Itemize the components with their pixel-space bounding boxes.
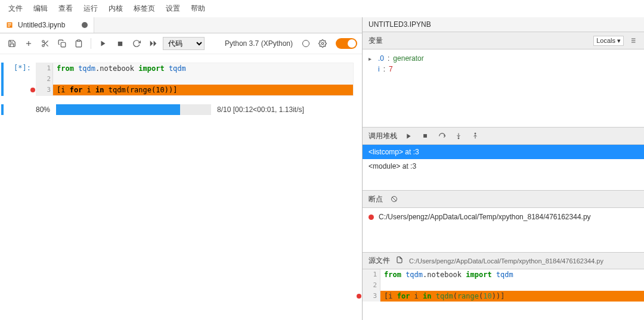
- cell-output: 80% 8/10 [00:12<00:01, 1.13it/s]: [1, 104, 354, 115]
- code-line[interactable]: 3[i for i in tqdm(range(10))]: [380, 291, 644, 302]
- restart-button[interactable]: [129, 37, 144, 50]
- save-button[interactable]: [5, 37, 19, 50]
- notebook-icon: [6, 21, 13, 29]
- variables-list[interactable]: ▸.0: generatori: 7: [363, 49, 644, 127]
- svg-rect-1: [8, 23, 11, 24]
- progress-bar: [56, 104, 211, 115]
- breakpoint-item[interactable]: C:/Users/pengz/AppData/Local/Temp/xpytho…: [363, 208, 644, 226]
- notebook-toolbar: 代码 Python 3.7 (XPython): [0, 33, 362, 54]
- output-indicator: [1, 104, 4, 115]
- line-number: 3: [365, 291, 377, 302]
- stop-button[interactable]: [113, 37, 127, 50]
- tab-notebook[interactable]: Untitled3.ipynb: [0, 17, 94, 33]
- svg-marker-15: [150, 41, 153, 46]
- source-section: 源文件 C:/Users/pengz/AppData/Local/Temp/xp…: [363, 253, 644, 320]
- svg-point-27: [458, 138, 459, 139]
- chevron-down-icon: ▾: [617, 37, 621, 44]
- tab-dirty-dot: [82, 22, 88, 28]
- run-button[interactable]: [96, 37, 110, 50]
- debugger-settings-icon[interactable]: [315, 37, 330, 50]
- source-path: C:/Users/pengz/AppData/Local/Temp/xpytho…: [409, 257, 603, 265]
- svg-point-6: [42, 41, 45, 43]
- notebook-pane: Untitled3.ipynb 代码 Python 3.7 (XPython): [0, 17, 363, 320]
- copy-button[interactable]: [55, 37, 69, 50]
- menubar: 文件编辑查看运行内核标签页设置帮助: [0, 0, 644, 17]
- kernel-label[interactable]: Python 3.7 (XPython): [225, 39, 293, 48]
- variables-header: 变量 Locals ▾: [363, 32, 644, 49]
- code-line[interactable]: 3[i for i in tqdm(range(10))]: [53, 85, 353, 95]
- svg-marker-13: [101, 41, 106, 46]
- cut-button[interactable]: [38, 37, 52, 50]
- menu-item[interactable]: 帮助: [191, 4, 205, 14]
- variable-row[interactable]: i: 7: [369, 64, 638, 74]
- breakpoints-clear-icon[interactable]: [389, 194, 400, 204]
- svg-rect-14: [117, 41, 122, 45]
- svg-point-29: [475, 133, 476, 134]
- step-over-button[interactable]: [436, 131, 447, 141]
- menu-item[interactable]: 文件: [8, 4, 23, 14]
- breakpoint-marker-icon[interactable]: [357, 294, 361, 299]
- debugger-title: UNTITLED3.IPYNB: [363, 17, 644, 32]
- pause-button[interactable]: [420, 131, 431, 141]
- expand-caret-icon[interactable]: ▸: [369, 55, 374, 62]
- variable-name: i: [378, 65, 380, 73]
- line-number: 2: [365, 280, 377, 291]
- main: Untitled3.ipynb 代码 Python 3.7 (XPython): [0, 17, 644, 320]
- menu-item[interactable]: 设置: [166, 4, 180, 14]
- line-number: 2: [39, 74, 51, 85]
- variable-type: generator: [393, 54, 423, 63]
- callstack-frame[interactable]: <listcomp> at :3: [363, 145, 644, 159]
- line-number: 1: [365, 269, 377, 280]
- variable-name: .0: [378, 54, 384, 63]
- step-out-button[interactable]: [470, 131, 481, 141]
- kernel-status-icon: [302, 40, 309, 47]
- code-line[interactable]: 2: [380, 280, 644, 291]
- menu-item[interactable]: 标签页: [134, 4, 155, 14]
- source-header: 源文件 C:/Users/pengz/AppData/Local/Temp/xp…: [363, 253, 644, 269]
- breakpoint-marker-icon[interactable]: [30, 88, 35, 92]
- callstack-list[interactable]: <listcomp> at :3<module> at :3: [363, 145, 644, 173]
- callstack-section: 调用堆栈 <listcomp> at :3<module> at :3: [363, 128, 644, 191]
- variable-row[interactable]: ▸.0: generator: [369, 53, 638, 64]
- callstack-header: 调用堆栈: [363, 128, 644, 145]
- menu-item[interactable]: 内核: [109, 4, 123, 14]
- run-all-button[interactable]: [146, 37, 160, 50]
- cell-editor[interactable]: 1from tqdm.notebook import tqdm23[i for …: [36, 63, 354, 96]
- debugger-toggle[interactable]: [336, 38, 357, 49]
- code-line[interactable]: 1from tqdm.notebook import tqdm: [380, 269, 644, 280]
- svg-line-31: [392, 197, 397, 201]
- variables-tree-icon[interactable]: [627, 35, 638, 46]
- source-editor[interactable]: 1from tqdm.notebook import tqdm23[i for …: [363, 269, 644, 302]
- breakpoints-section: 断点 C:/Users/pengz/AppData/Local/Temp/xpy…: [363, 191, 644, 253]
- paste-button[interactable]: [72, 37, 86, 50]
- menu-item[interactable]: 查看: [58, 4, 73, 14]
- insert-cell-button[interactable]: [21, 37, 36, 50]
- code-line[interactable]: 1from tqdm.notebook import tqdm: [53, 63, 353, 74]
- progress-percent: 80%: [36, 105, 50, 114]
- svg-line-10: [44, 42, 45, 44]
- cell-active-indicator: [1, 63, 4, 96]
- svg-rect-12: [78, 40, 80, 41]
- step-in-button[interactable]: [453, 131, 464, 141]
- breakpoint-path: C:/Users/pengz/AppData/Local/Temp/xpytho…: [379, 213, 591, 221]
- open-file-icon[interactable]: [396, 256, 403, 265]
- svg-point-7: [42, 45, 45, 47]
- scope-select[interactable]: Locals ▾: [593, 36, 624, 46]
- svg-point-17: [321, 42, 324, 45]
- menu-item[interactable]: 运行: [83, 4, 98, 14]
- continue-button[interactable]: [403, 131, 414, 141]
- code-cell[interactable]: [*]: 1from tqdm.notebook import tqdm23[i…: [1, 63, 354, 96]
- callstack-frame[interactable]: <module> at :3: [363, 159, 644, 173]
- cell-type-select[interactable]: 代码: [163, 37, 205, 50]
- variables-section: 变量 Locals ▾ ▸.0: generatori: 7: [363, 32, 644, 128]
- line-number: 1: [39, 63, 51, 74]
- svg-rect-25: [423, 134, 427, 138]
- svg-line-9: [46, 44, 48, 46]
- debugger-pane: UNTITLED3.IPYNB 变量 Locals ▾ ▸.0: generat…: [363, 17, 644, 320]
- breakpoint-dot-icon: [369, 215, 374, 220]
- svg-marker-16: [154, 41, 157, 46]
- notebook-area[interactable]: [*]: 1from tqdm.notebook import tqdm23[i…: [0, 54, 362, 320]
- separator: [91, 38, 91, 49]
- menu-item[interactable]: 编辑: [33, 4, 48, 14]
- code-line[interactable]: 2: [53, 74, 353, 85]
